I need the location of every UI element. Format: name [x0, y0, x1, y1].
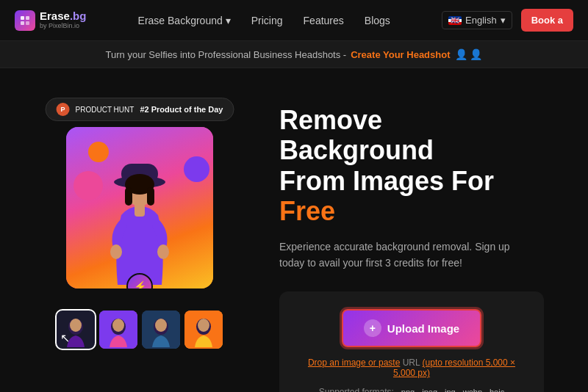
svg-rect-2	[21, 21, 24, 25]
format-jpeg: jpeg	[422, 388, 437, 392]
ph-logo: P	[57, 103, 70, 116]
hero-section: P PRODUCT HUNT #2 Product of the Day	[0, 68, 588, 392]
logo-text: Erase.bg by PixelBin.io	[40, 10, 86, 29]
decor-circle-pink	[74, 171, 103, 200]
chevron-down-icon: ▾	[226, 15, 231, 26]
hero-title-highlight: Free	[279, 196, 335, 226]
formats-row: Supported formats: png jpeg jpg webp hei…	[297, 387, 526, 392]
flag-icon: 🇬🇧	[448, 16, 462, 25]
logo[interactable]: Erase.bg by PixelBin.io	[15, 10, 86, 31]
svg-point-18	[112, 319, 124, 332]
drop-text: Drop an image or paste URL (upto resolut…	[297, 357, 526, 378]
logo-sub-text: by PixelBin.io	[40, 23, 86, 30]
upload-icon: +	[364, 319, 381, 337]
svg-rect-0	[21, 16, 24, 20]
svg-point-11	[110, 244, 122, 259]
announcement-text: Turn your Selfies into Professional Busi…	[106, 49, 347, 60]
svg-point-15	[70, 319, 82, 332]
person-icons: 👤 👤	[455, 48, 483, 60]
format-jpg: jpg	[445, 388, 456, 392]
announcement-bar: Turn your Selfies into Professional Busi…	[0, 41, 588, 68]
svg-rect-8	[125, 187, 132, 206]
image-background	[66, 127, 213, 288]
thumbnail-3[interactable]	[142, 311, 180, 349]
lang-chevron-icon: ▾	[501, 15, 506, 26]
nav-right: 🇬🇧 English ▾ Book a	[442, 9, 573, 32]
svg-rect-1	[26, 16, 29, 20]
cursor-icon: ↖	[60, 331, 70, 345]
book-button[interactable]: Book a	[521, 9, 573, 32]
logo-main-text: Erase.bg	[40, 10, 86, 23]
thumbnail-1[interactable]: ↖	[57, 311, 95, 349]
hero-image-section: P PRODUCT HUNT #2 Product of the Day	[29, 98, 250, 349]
badge-title: #2 Product of the Day	[140, 105, 223, 114]
woman-figure	[99, 149, 180, 288]
language-selector[interactable]: 🇬🇧 English ▾	[442, 11, 512, 29]
upload-btn-label: Upload Image	[387, 322, 459, 335]
svg-point-21	[155, 319, 167, 332]
svg-point-12	[157, 244, 169, 259]
product-hunt-badge: P PRODUCT HUNT #2 Product of the Day	[46, 98, 234, 121]
nav-features[interactable]: Features	[304, 15, 344, 26]
nav-erase-background[interactable]: Erase Background ▾	[138, 15, 231, 26]
hero-title: Remove Background From Images For Free	[279, 105, 544, 227]
svg-point-24	[198, 319, 209, 332]
thumbnails: ↖	[29, 311, 250, 349]
upload-box: + Upload Image Drop an image or paste UR…	[279, 291, 544, 392]
upload-button[interactable]: + Upload Image	[342, 309, 481, 347]
logo-icon	[15, 10, 35, 31]
url-link[interactable]: URL	[403, 357, 420, 368]
nav-links: Erase Background ▾ Pricing Features Blog…	[138, 15, 390, 26]
formats-label: Supported formats:	[319, 387, 394, 392]
navigation: Erase.bg by PixelBin.io Erase Background…	[0, 0, 588, 41]
format-webp: webp	[463, 388, 482, 392]
main-image: ⚡	[66, 127, 213, 288]
nav-blogs[interactable]: Blogs	[365, 15, 390, 26]
hero-subtitle: Experience accurate background removal. …	[279, 239, 529, 272]
thumbnail-2[interactable]	[99, 311, 137, 349]
svg-rect-10	[135, 203, 145, 217]
svg-rect-3	[26, 21, 29, 25]
decor-circle-purple	[184, 156, 209, 182]
thumbnail-4[interactable]	[184, 311, 223, 349]
hero-content: Remove Background From Images For Free E…	[279, 98, 544, 392]
format-png: png	[401, 388, 415, 392]
announcement-link[interactable]: Create Your Headshot	[351, 49, 450, 60]
nav-pricing[interactable]: Pricing	[251, 15, 283, 26]
language-label: English	[465, 15, 497, 26]
logo-colored-text: .bg	[70, 10, 87, 22]
svg-rect-9	[147, 187, 154, 206]
format-heic: heic	[490, 388, 504, 392]
